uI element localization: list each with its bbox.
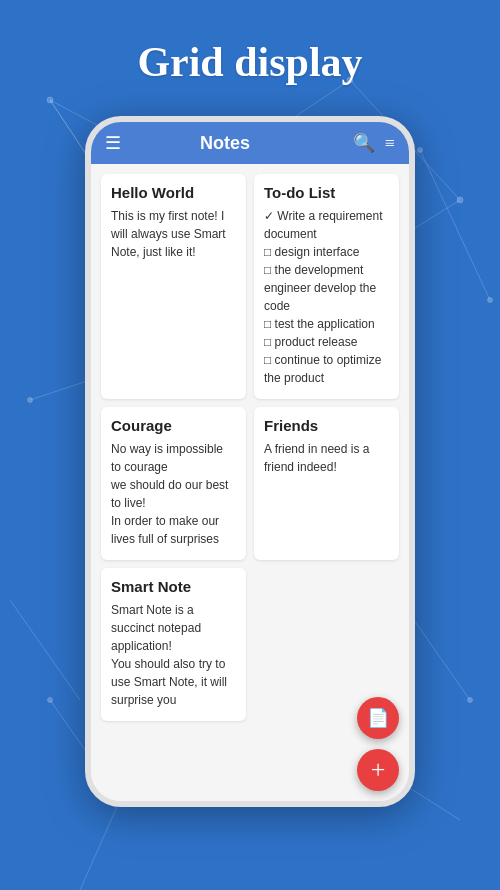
note-body-hello-world: This is my first note! I will always use… — [111, 207, 236, 261]
note-card-smart-note[interactable]: Smart Note Smart Note is a succinct note… — [101, 568, 246, 721]
app-bar-title: Notes — [107, 133, 343, 154]
document-icon: 📄 — [367, 707, 389, 729]
app-bar: ☰ Notes 🔍 ≡ — [91, 122, 409, 164]
add-icon: + — [371, 755, 386, 785]
note-title-smart-note: Smart Note — [111, 578, 236, 595]
svg-point-20 — [457, 197, 463, 203]
note-card-friends[interactable]: Friends A friend in need is a friend ind… — [254, 407, 399, 560]
svg-point-27 — [468, 698, 473, 703]
svg-point-31 — [418, 148, 423, 153]
search-icon[interactable]: 🔍 — [353, 132, 375, 154]
svg-point-23 — [28, 398, 33, 403]
note-title-hello-world: Hello World — [111, 184, 236, 201]
add-fab[interactable]: + — [357, 749, 399, 791]
note-body-smart-note: Smart Note is a succinct notepad applica… — [111, 601, 236, 709]
note-body-todo-list: ✓ Write a requirement document □ design … — [264, 207, 389, 387]
notes-grid: Hello World This is my first note! I wil… — [91, 164, 409, 731]
note-card-todo-list[interactable]: To-do List ✓ Write a requirement documen… — [254, 174, 399, 399]
svg-point-29 — [48, 698, 53, 703]
note-title-friends: Friends — [264, 417, 389, 434]
page-title: Grid display — [0, 0, 500, 116]
note-body-courage: No way is impossible to courage we shoul… — [111, 440, 236, 548]
document-fab[interactable]: 📄 — [357, 697, 399, 739]
note-body-friends: A friend in need is a friend indeed! — [264, 440, 389, 476]
note-title-todo-list: To-do List — [264, 184, 389, 201]
note-card-courage[interactable]: Courage No way is impossible to courage … — [101, 407, 246, 560]
note-card-hello-world[interactable]: Hello World This is my first note! I wil… — [101, 174, 246, 399]
phone-mockup: ☰ Notes 🔍 ≡ Hello World This is my first… — [85, 116, 415, 807]
filter-icon[interactable]: ≡ — [385, 133, 395, 154]
note-title-courage: Courage — [111, 417, 236, 434]
svg-point-32 — [488, 298, 493, 303]
